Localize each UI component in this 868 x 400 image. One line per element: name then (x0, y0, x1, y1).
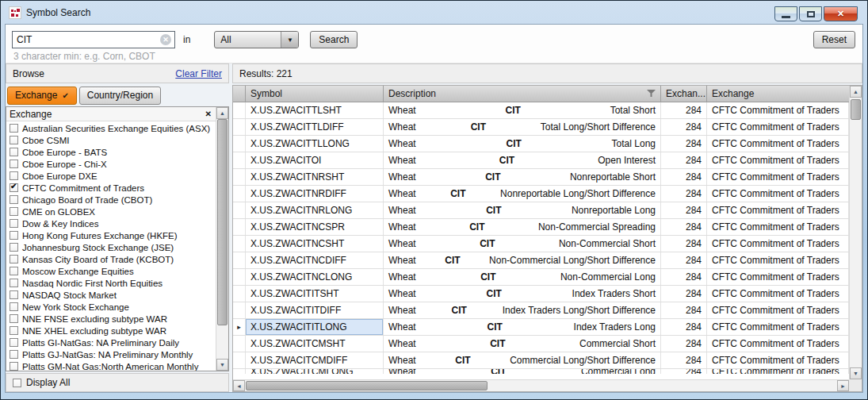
exchange-list-item[interactable]: CME on GLOBEX (6, 206, 216, 217)
table-row[interactable]: ▸ X.US.ZWACITITSHT Wheat CIT Index Trade… (233, 286, 849, 302)
exchange-checkbox[interactable] (10, 160, 18, 168)
table-row[interactable]: ▸ X.US.ZWACITTLLONG Wheat CIT Total Long… (233, 136, 849, 152)
scroll-up-icon[interactable]: ▲ (216, 107, 228, 119)
exchange-list-item[interactable]: NNE XHEL excluding subtype WAR (6, 325, 216, 337)
scroll-right-icon[interactable]: ► (837, 380, 849, 391)
exchange-cell[interactable]: CFTC Commitment of Traders (707, 136, 849, 152)
symbol-cell[interactable]: X.US.ZWACITCMDIFF (246, 352, 384, 368)
exchange-list-item[interactable]: Cboe Europe - BATS (6, 146, 216, 158)
exchange-checkbox[interactable] (10, 362, 18, 371)
description-cell[interactable]: Wheat CIT Non-Commercial Spreading (384, 219, 661, 235)
filter-tab[interactable]: Country/Region (79, 87, 161, 105)
exchange-id-cell[interactable]: 284 (661, 352, 707, 368)
exchange-cell[interactable]: CFTC Commitment of Traders (707, 369, 849, 374)
exchange-checkbox[interactable] (10, 124, 18, 133)
description-cell[interactable]: Wheat CIT Non-Commercial Long (384, 269, 661, 285)
table-row[interactable]: ▸ X.US.ZWACITITDIFF Wheat CIT Index Trad… (233, 302, 849, 319)
clear-search-icon[interactable]: ✕ (160, 34, 171, 45)
exchange-list-item[interactable]: Hong Kong Futures Exchange (HKFE) (6, 229, 216, 241)
exchange-cell[interactable]: CFTC Commitment of Traders (707, 352, 849, 368)
exchange-checkbox[interactable] (10, 255, 18, 263)
symbol-cell[interactable]: X.US.ZWACITNRDIFF (246, 186, 384, 202)
exchange-list-item[interactable]: Nasdaq Nordic First North Equities (6, 277, 216, 289)
exchange-checkbox[interactable] (10, 326, 18, 335)
exchange-checkbox[interactable] (10, 231, 18, 240)
exchange-list-item[interactable]: Johannesburg Stock Exchange (JSE) (6, 241, 216, 253)
exchange-list-item[interactable]: Cboe CSMI (6, 134, 216, 146)
symbol-cell[interactable]: X.US.ZWACITNRLONG (246, 202, 384, 218)
exchange-checkbox[interactable] (10, 338, 18, 347)
scope-dropdown[interactable]: All ▼ (214, 31, 299, 48)
exchange-list-item[interactable]: Moscow Exchange Equities (6, 265, 216, 277)
symbol-cell[interactable]: X.US.ZWACITTLDIFF (246, 119, 384, 135)
exchange-checkbox[interactable] (10, 171, 18, 180)
table-row[interactable]: ▸ X.US.ZWACITTLDIFF Wheat CIT Total Long… (233, 119, 849, 136)
exchange-cell[interactable]: CFTC Commitment of Traders (707, 169, 849, 185)
results-vertical-scrollbar[interactable]: ▲ ▼ (849, 86, 862, 379)
table-row[interactable]: ▸ X.US.ZWACITNCSPR Wheat CIT Non-Commerc… (233, 219, 849, 236)
description-column-header[interactable]: Description (384, 86, 661, 102)
exchange-cell[interactable]: CFTC Commitment of Traders (707, 252, 849, 268)
exchange-list-item[interactable]: Australian Securities Exchange Equities … (6, 122, 216, 134)
description-cell[interactable]: Wheat CIT Total Long/Short Difference (384, 119, 661, 135)
exchange-list-item[interactable]: NASDAQ Stock Market (6, 289, 216, 301)
symbol-cell[interactable]: X.US.ZWACITNCSPR (246, 219, 384, 235)
table-row[interactable]: ▸ X.US.ZWACITITLONG Wheat CIT Index Trad… (233, 319, 849, 336)
close-button[interactable]: ✕ (824, 6, 858, 21)
description-cell[interactable]: Wheat CIT Total Short (384, 102, 661, 118)
table-row[interactable]: ▸ X.US.ZWACITNRSHT Wheat CIT Nonreportab… (233, 169, 849, 186)
exchange-id-cell[interactable]: 284 (661, 236, 707, 252)
exchange-list-item[interactable]: Platts GM-Nat Gas:North American Monthly (6, 360, 216, 371)
exchange-id-cell[interactable]: 284 (661, 102, 707, 118)
chevron-down-icon[interactable]: ▼ (281, 32, 298, 48)
filter-icon[interactable] (647, 90, 656, 98)
table-row[interactable]: ▸ X.US.ZWACITNRDIFF Wheat CIT Nonreporta… (233, 186, 849, 202)
exchange-id-column-header[interactable]: Exchan... (661, 86, 707, 102)
exchange-cell[interactable]: CFTC Commitment of Traders (707, 286, 849, 302)
exchange-list-item[interactable]: Platts GJ-NatGas: NA Preliminary Monthly (6, 348, 216, 360)
exchange-cell[interactable]: CFTC Commitment of Traders (707, 302, 849, 318)
minimize-button[interactable] (774, 6, 797, 21)
symbol-cell[interactable]: X.US.ZWACITNCSHT (246, 236, 384, 252)
exchange-id-cell[interactable]: 284 (661, 219, 707, 235)
exchange-id-cell[interactable]: 284 (661, 302, 707, 318)
table-row[interactable]: ▸ X.US.ZWACITNCLONG Wheat CIT Non-Commer… (233, 269, 849, 286)
description-cell[interactable]: Wheat CIT Non-Commercial Short (384, 236, 661, 252)
results-hscroll-thumb[interactable] (246, 381, 488, 390)
exchange-column-header[interactable]: Exchange (707, 86, 849, 102)
description-cell[interactable]: Wheat CIT Index Traders Short (384, 286, 661, 302)
symbol-cell[interactable]: X.US.ZWACITTLLONG (246, 136, 384, 152)
exchange-list-item[interactable]: Cboe Europe DXE (6, 170, 216, 182)
exchange-checkbox[interactable] (10, 136, 18, 144)
exchange-cell[interactable]: CFTC Commitment of Traders (707, 202, 849, 218)
exchange-checkbox[interactable] (10, 195, 18, 204)
exchange-id-cell[interactable]: 284 (661, 119, 707, 135)
symbol-cell[interactable]: X.US.ZWACITOI (246, 152, 384, 168)
display-all-row[interactable]: Display All (6, 373, 229, 392)
results-scroll-thumb[interactable] (851, 99, 861, 120)
exchange-id-cell[interactable]: 284 (661, 319, 707, 335)
description-cell[interactable]: Wheat CIT Open Interest (384, 152, 661, 168)
table-row[interactable]: ▸ X.US.ZWACITCMSHT Wheat CIT Commercial … (233, 336, 849, 352)
exchange-list-item[interactable]: Chicago Board of Trade (CBOT) (6, 194, 216, 206)
table-row[interactable]: ▸ X.US.ZWACITCMLONG Wheat CIT Commercial… (233, 369, 849, 374)
table-row[interactable]: ▸ X.US.ZWACITNCSHT Wheat CIT Non-Commerc… (233, 236, 849, 252)
scroll-down-icon[interactable]: ▼ (216, 359, 228, 371)
exchange-id-cell[interactable]: 284 (661, 152, 707, 168)
exchange-cell[interactable]: CFTC Commitment of Traders (707, 102, 849, 118)
description-cell[interactable]: Wheat CIT Commercial Short (384, 336, 661, 352)
results-horizontal-scrollbar[interactable]: ◄ ► (233, 379, 849, 391)
exchange-cell[interactable]: CFTC Commitment of Traders (707, 152, 849, 168)
exchange-list-item[interactable]: CFTC Commitment of Traders (6, 182, 216, 194)
exchange-cell[interactable]: CFTC Commitment of Traders (707, 219, 849, 235)
titlebar[interactable]: Symbol Search ✕ (2, 2, 866, 24)
exchange-cell[interactable]: CFTC Commitment of Traders (707, 336, 849, 352)
description-cell[interactable]: Wheat CIT Index Traders Long (384, 319, 661, 335)
exchange-list-item[interactable]: Cboe Europe - Chi-X (6, 158, 216, 170)
symbol-cell[interactable]: X.US.ZWACITNCDIFF (246, 252, 384, 268)
results-scroll-track[interactable] (850, 98, 862, 367)
exchange-id-cell[interactable]: 284 (661, 269, 707, 285)
exchange-id-cell[interactable]: 284 (661, 186, 707, 202)
exchange-checkbox[interactable] (10, 314, 18, 323)
exchange-list-item[interactable]: Kansas City Board of Trade (KCBOT) (6, 253, 216, 265)
